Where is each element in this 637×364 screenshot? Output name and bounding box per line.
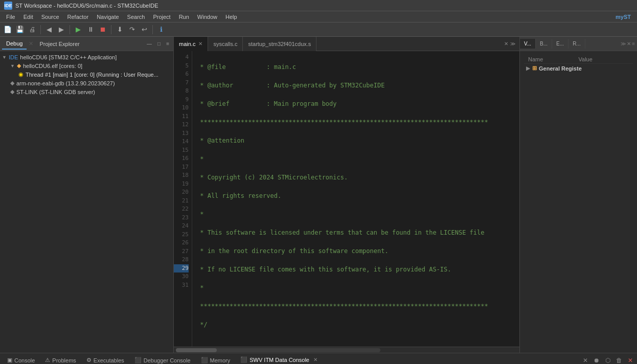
- ln-11: 11: [174, 112, 189, 121]
- code-content[interactable]: * @file : main.c * @author : Auto-genera…: [192, 51, 519, 347]
- editor-tab-syscalls[interactable]: syscalls.c: [208, 37, 243, 51]
- toolbar-save[interactable]: 💾: [14, 24, 26, 35]
- toolbar-info[interactable]: ℹ: [155, 24, 167, 35]
- swv-tab-close[interactable]: ✕: [313, 357, 317, 362]
- tree-elf[interactable]: ▼ ◆ helloCDU6.elf [cores: 0]: [8, 61, 173, 70]
- rp-tab-v[interactable]: V...: [520, 39, 536, 49]
- project-explorer-tab[interactable]: Project Explorer: [35, 39, 83, 49]
- code-ln11: * All rights reserved.: [196, 191, 515, 200]
- bottom-panel: ▣ Console ⚠ Problems ⚙ Executables ⬛ Deb…: [0, 353, 637, 364]
- menu-myst[interactable]: myST: [611, 13, 635, 21]
- tab-debugger-console[interactable]: ⬛ Debugger Console: [129, 355, 196, 364]
- editor-tab-overflow: ✕ ≫: [500, 41, 519, 47]
- problems-icon: ⚠: [45, 357, 50, 363]
- hscroll-thumb[interactable]: [176, 348, 217, 352]
- editor-menu-btn[interactable]: ≫: [510, 41, 515, 47]
- menu-source[interactable]: Source: [37, 13, 63, 21]
- ide-badge: IDE: [9, 54, 18, 60]
- ln-12: 12: [174, 121, 189, 129]
- menu-navigate[interactable]: Navigate: [93, 13, 123, 21]
- tree-arrow-root: ▼: [2, 55, 7, 60]
- debug-tree: ▼ IDE helloCDU6 [STM32 C/C++ Application…: [0, 51, 173, 353]
- code-editor: 4 5 6 7 8 9 10 11 12 13 14 15 16 17 18 1…: [174, 51, 519, 347]
- toolbar-print[interactable]: 🖨: [27, 24, 38, 35]
- panel-maximize[interactable]: □: [155, 40, 163, 48]
- rp-menu[interactable]: ≡: [632, 41, 635, 47]
- ln-19: 19: [174, 180, 189, 189]
- toolbar-step-into[interactable]: ⬇: [114, 24, 125, 35]
- tree-thread[interactable]: ◉ Thread #1 [main] 1 [core: 0] (Running …: [16, 70, 173, 79]
- tab-memory-label: Memory: [210, 357, 231, 363]
- ln-10: 10: [174, 104, 189, 112]
- reg-arrow: ▶: [526, 65, 530, 71]
- editor-tab-main-c-close[interactable]: ✕: [198, 41, 202, 47]
- window-title: ST Workspace - helloCDU6/Src/main.c - ST…: [15, 3, 158, 9]
- bottom-action-clear[interactable]: 🗑: [615, 356, 624, 365]
- menu-help[interactable]: Help: [221, 13, 241, 21]
- toolbar-step-over[interactable]: ↷: [126, 24, 138, 35]
- tab-executables[interactable]: ⚙ Executables: [81, 355, 129, 364]
- main-layout: Debug ✕ Project Explorer — □ ≡ ▼ IDE hel…: [0, 37, 637, 353]
- reg-icon: ⊞: [532, 65, 537, 72]
- ln-6: 6: [174, 70, 189, 79]
- ln-7: 7: [174, 79, 189, 87]
- ln-15: 15: [174, 146, 189, 155]
- menu-search[interactable]: Search: [123, 13, 149, 21]
- toolbar-stop[interactable]: ⏹: [97, 24, 108, 35]
- app-icon: IDE: [4, 2, 12, 10]
- bottom-action-x[interactable]: ✕: [581, 356, 590, 365]
- ln-27: 27: [174, 247, 189, 256]
- menu-project[interactable]: Project: [149, 13, 174, 21]
- code-ln8: * @attention: [196, 136, 515, 145]
- menu-run[interactable]: Run: [175, 13, 193, 21]
- ln-26: 26: [174, 239, 189, 247]
- tree-stlink[interactable]: ◆ ST-LINK (ST-LINK GDB server): [8, 87, 173, 96]
- editor-tab-startup-label: startup_stm32f401cdux.s: [248, 41, 311, 47]
- ln-21: 21: [174, 197, 189, 206]
- editor-hscroll[interactable]: [174, 347, 519, 353]
- menu-file[interactable]: File: [2, 13, 19, 21]
- tree-root[interactable]: ▼ IDE helloCDU6 [STM32 C/C++ Application…: [0, 53, 173, 61]
- toolbar-sep1: [40, 25, 41, 34]
- tree-gdb[interactable]: ◆ arm-none-eabi-gdb (13.2.90.20230627): [8, 79, 173, 87]
- debug-tab[interactable]: Debug: [2, 38, 27, 50]
- panel-menu[interactable]: ≡: [164, 40, 171, 48]
- tab-swv-itm[interactable]: ⬛ SWV ITM Data Console ✕: [235, 354, 323, 364]
- rp-more[interactable]: ≫: [621, 41, 626, 47]
- debug-close[interactable]: ✕: [29, 40, 33, 47]
- bottom-action-snapshot[interactable]: ⬡: [603, 356, 612, 365]
- general-registers-label: General Registe: [539, 65, 582, 72]
- swv-icon: ⬛: [240, 356, 247, 363]
- rp-tab-r[interactable]: R...: [568, 39, 585, 49]
- panel-minimize[interactable]: —: [145, 40, 154, 48]
- gdb-icon: ◆: [10, 80, 14, 86]
- toolbar-suspend[interactable]: ⏸: [85, 24, 96, 35]
- ln-30: 30: [174, 272, 189, 281]
- menu-edit[interactable]: Edit: [19, 13, 37, 21]
- rp-close[interactable]: ✕: [627, 41, 631, 47]
- rp-tab-e[interactable]: E...: [552, 39, 568, 49]
- tab-console[interactable]: ▣ Console: [2, 355, 40, 364]
- ln-13: 13: [174, 129, 189, 138]
- editor-close-btn[interactable]: ✕: [504, 41, 508, 47]
- rp-tab-b[interactable]: B...: [536, 39, 552, 49]
- executables-icon: ⚙: [86, 357, 92, 363]
- ln-5: 5: [174, 62, 189, 71]
- bottom-action-close[interactable]: ✕: [626, 356, 635, 365]
- menu-refactor[interactable]: Refactor: [63, 13, 93, 21]
- tab-problems[interactable]: ⚠ Problems: [40, 355, 81, 364]
- toolbar-forward[interactable]: ▶: [56, 24, 67, 35]
- editor-tab-startup[interactable]: startup_stm32f401cdux.s: [243, 37, 316, 51]
- tab-memory[interactable]: ⬛ Memory: [196, 355, 236, 364]
- toolbar-back[interactable]: ◀: [43, 24, 55, 35]
- editor-tab-main-c[interactable]: main.c ✕: [174, 37, 208, 51]
- toolbar-step-return[interactable]: ↩: [139, 24, 150, 35]
- toolbar-new[interactable]: 📄: [2, 24, 13, 35]
- toolbar-debug[interactable]: ▶: [73, 24, 84, 35]
- tree-root-label: helloCDU6 [STM32 C/C++ Application]: [20, 54, 117, 60]
- menu-window[interactable]: Window: [193, 13, 221, 21]
- general-registers-header[interactable]: ▶ ⊞ General Registe: [524, 64, 633, 73]
- hscroll-track[interactable]: [176, 348, 380, 352]
- bottom-action-record[interactable]: ⏺: [592, 356, 601, 365]
- tree-gdb-label: arm-none-eabi-gdb (13.2.90.20230627): [16, 80, 115, 86]
